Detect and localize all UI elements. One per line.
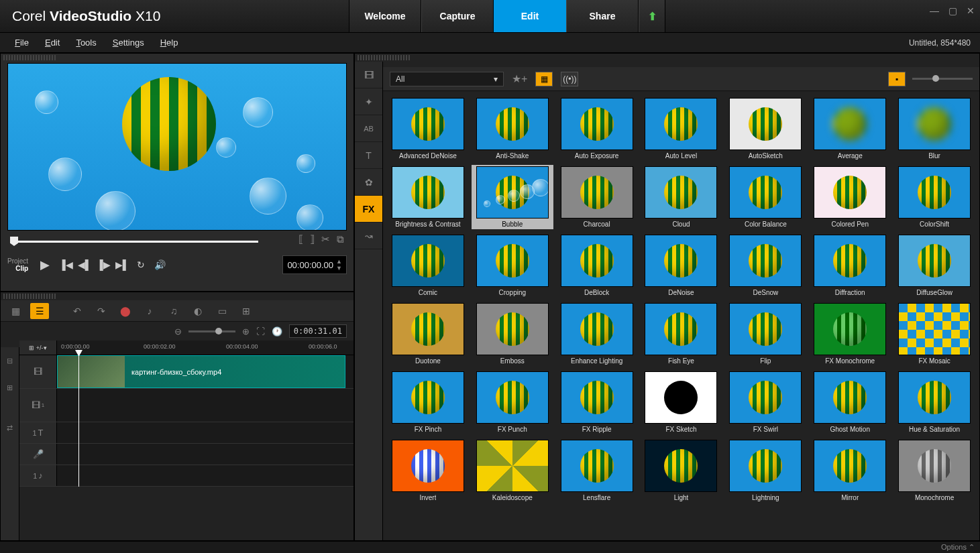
title-track-head[interactable]: 1T [19,422,57,443]
fx-item[interactable]: Average [809,97,891,161]
zoom-slider[interactable] [188,330,235,332]
fx-item[interactable]: Color Balance [724,165,806,229]
fx-item[interactable]: Kaleidoscope [472,438,553,503]
tool-ripple-icon[interactable]: ⊟ [1,347,19,374]
timecode-display[interactable]: 00:00:00.00▲▼ [282,255,347,274]
fx-item[interactable]: FX Ripple [556,370,638,434]
timeline-ruler[interactable]: ⊞ +/-▾ 0:00:00.00 00:00:02.00 00:00:04.0… [19,341,353,355]
fx-item[interactable]: Lightning [724,438,806,503]
fx-item[interactable]: Monochrome [893,438,975,503]
fx-item[interactable]: FX Monochrome [809,302,891,366]
fx-item[interactable]: Cloud [641,165,722,229]
multi-view-button[interactable]: ⊞ [237,303,256,319]
fx-item[interactable]: Diffraction [809,233,891,298]
cut-icon[interactable]: ✂ [321,233,330,245]
storyboard-view-button[interactable]: ▦ [6,303,25,319]
lib-tab-media-icon[interactable]: 🎞 [355,62,382,88]
record-button[interactable]: ⬤ [116,303,135,319]
undo-button[interactable]: ↶ [68,303,87,319]
fx-item[interactable]: Emboss [472,302,553,366]
fx-item[interactable]: FX Mosaic [893,302,975,366]
maximize-icon[interactable]: ▢ [948,5,957,16]
video-track[interactable]: 🎞 картинг-близко_сбоку.mp4 [19,355,353,389]
fx-item[interactable]: Mirror [809,438,891,503]
minimize-icon[interactable]: — [930,5,939,16]
overlay-track-head[interactable]: 🎞1 [19,389,57,422]
fx-item[interactable]: Ghost Motion [809,370,891,434]
menu-settings[interactable]: Settings [105,36,152,50]
auto-music-button[interactable]: ♫ [164,303,183,319]
home-button[interactable]: ▐◀ [58,257,74,273]
fx-item[interactable]: FX Punch [472,370,553,434]
zoom-in-icon[interactable]: ⊕ [242,326,250,336]
music-track-head[interactable]: 1♪ [19,465,57,486]
title-track[interactable]: 1T [19,422,353,444]
subtitle-button[interactable]: ▭ [213,303,231,319]
fx-item[interactable]: Hue & Saturation [893,370,975,434]
timeline-grip[interactable] [3,294,57,299]
options-button[interactable]: Options ⌃ [941,543,975,552]
fx-item[interactable]: DeBlock [556,233,638,298]
fx-item[interactable]: Auto Exposure [556,97,638,161]
fx-item[interactable]: FX Swirl [724,370,806,434]
list-view-icon[interactable]: ▪ [888,72,906,86]
tool-add-track-icon[interactable]: ⊞ [1,374,19,401]
upload-button[interactable]: ⬆ [639,0,665,32]
voice-track[interactable]: 🎤 [19,444,353,465]
mark-in-icon[interactable]: ⟦ [298,233,303,245]
scrub-bar[interactable]: ⟦ ⟧ ✂ ⧉ [10,236,344,247]
fx-item[interactable]: Enhance Lighting [556,302,638,366]
library-grip[interactable] [358,55,411,60]
lib-tab-path-icon[interactable]: ↝ [355,223,382,249]
next-frame-button[interactable]: ▐▶ [95,257,111,273]
fx-item[interactable]: FX Pinch [387,370,469,434]
audio-mixer-button[interactable]: ♪ [140,303,159,319]
fx-item[interactable]: DeNoise [641,233,722,298]
fx-item[interactable]: Duotone [387,302,469,366]
playhead[interactable] [78,355,79,487]
play-mode-label[interactable]: ProjectClip [7,257,28,272]
fx-item[interactable]: DiffuseGlow [893,233,975,298]
library-filter-dropdown[interactable]: All▾ [390,72,504,86]
mode-tab-edit[interactable]: Edit [494,0,566,32]
fx-item[interactable]: DeSnow [724,233,806,298]
fx-item[interactable]: Light [641,438,722,503]
video-track-head[interactable]: 🎞 [19,355,57,388]
lib-tab-title-icon[interactable]: AB [355,115,382,142]
overlay-track[interactable]: 🎞1 [19,389,353,422]
track-motion-button[interactable]: ◐ [188,303,207,319]
lib-tab-graphics-icon[interactable]: ✿ [355,169,382,196]
thumbnail-view-icon[interactable]: ▦ [535,72,553,86]
video-clip[interactable]: картинг-близко_сбоку.mp4 [57,355,345,388]
fx-item[interactable]: Invert [387,438,469,503]
fx-item[interactable]: Comic [387,233,469,298]
clock-icon[interactable]: 🕐 [272,326,282,336]
voice-track-head[interactable]: 🎤 [19,444,57,465]
repeat-button[interactable]: ↻ [133,257,149,273]
fx-item[interactable]: Lensflare [556,438,638,503]
fx-item[interactable]: ColorShift [893,165,975,229]
sound-view-icon[interactable]: ((•)) [561,72,578,86]
fx-item[interactable]: Anti-Shake [472,97,553,161]
redo-button[interactable]: ↷ [92,303,111,319]
lib-tab-transitions-icon[interactable]: ✦ [355,88,382,115]
mode-tab-capture[interactable]: Capture [421,0,494,32]
fit-icon[interactable]: ⛶ [256,326,265,336]
play-button[interactable]: ▶ [35,255,55,275]
close-icon[interactable]: ✕ [967,5,975,16]
pane-grip[interactable] [3,55,57,60]
music-track[interactable]: 1♪ [19,465,353,487]
menu-file[interactable]: File [7,36,37,50]
fx-item[interactable]: AutoSketch [724,97,806,161]
end-button[interactable]: ▶▌ [114,257,130,273]
thumbnail-size-slider[interactable] [912,78,973,80]
fx-item[interactable]: Cropping [472,233,553,298]
mark-out-icon[interactable]: ⟧ [310,233,315,245]
zoom-out-icon[interactable]: ⊖ [174,326,182,336]
preview-video[interactable] [7,63,347,231]
scrub-handle[interactable] [10,237,18,246]
fx-item[interactable]: Fish Eye [641,302,722,366]
menu-edit[interactable]: Edit [37,36,68,50]
fx-item[interactable]: Flip [724,302,806,366]
timeline-view-button[interactable]: ☰ [30,303,49,319]
